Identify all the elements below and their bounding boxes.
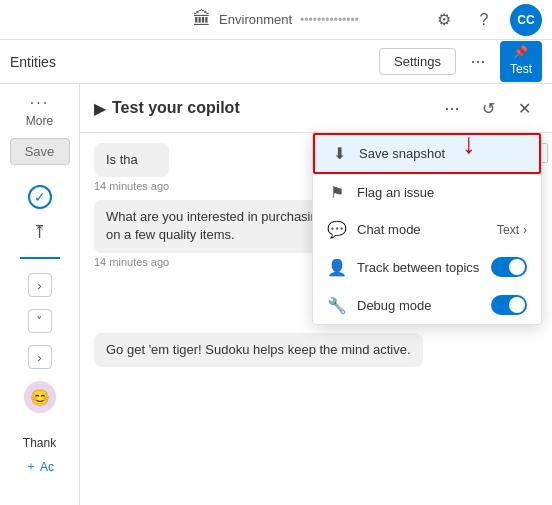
save-snapshot-icon: ⬇: [329, 144, 349, 163]
left-sidebar: ··· More Save ✓ ⤒ › ˅ › 😊 Thank ＋ Ac: [0, 84, 80, 505]
sidebar-bottom: Thank ＋ Ac: [23, 436, 56, 475]
second-bar-actions: Settings ··· 📌 Test: [379, 41, 542, 81]
chat-header: ▶ Test your copilot ··· ↺ ✕: [80, 84, 552, 133]
track-topics-toggle[interactable]: [491, 257, 527, 277]
plus-icon: ＋: [25, 458, 37, 475]
environment-value: ••••••••••••••: [300, 13, 359, 27]
dropdown-chat-mode[interactable]: 💬 Chat mode Text ›: [313, 211, 541, 248]
dropdown-track-topics[interactable]: 👤 Track between topics: [313, 248, 541, 286]
dots-icon: ···: [30, 94, 49, 112]
environment-label: Environment: [219, 12, 292, 27]
debug-mode-toggle[interactable]: [491, 295, 527, 315]
message-4-text: Go get 'em tiger! Sudoku helps keep the …: [106, 342, 411, 357]
dropdown-save-snapshot[interactable]: ⬇ Save snapshot: [313, 133, 541, 174]
save-snapshot-label: Save snapshot: [359, 146, 525, 161]
message-1-text: Is tha: [106, 152, 138, 167]
top-bar-actions: ⚙ ? CC: [430, 4, 542, 36]
chat-more-button[interactable]: ···: [438, 94, 466, 122]
test-label: Test: [510, 62, 532, 78]
upload-icon[interactable]: ⤒: [32, 221, 47, 243]
debug-mode-label: Debug mode: [357, 298, 481, 313]
chat-mode-text: Text: [497, 223, 519, 237]
main-area: ··· More Save ✓ ⤒ › ˅ › 😊 Thank ＋ Ac ▶ T…: [0, 84, 552, 505]
flag-issue-label: Flag an issue: [357, 185, 527, 200]
message-1: Is tha 14 minutes ago: [94, 143, 169, 192]
pin-icon: 📌: [513, 45, 528, 61]
add-label: Ac: [40, 460, 54, 474]
more-label: More: [26, 114, 53, 128]
red-arrow-indicator: ↓: [462, 128, 476, 160]
second-bar: Entities Settings ··· 📌 Test: [0, 40, 552, 84]
refresh-button[interactable]: ↺: [474, 94, 502, 122]
arrow-right-btn[interactable]: ›: [28, 273, 52, 297]
message-4-bubble: Go get 'em tiger! Sudoku helps keep the …: [94, 333, 423, 367]
dropdown-menu: ⬇ Save snapshot ⚑ Flag an issue 💬 Chat m…: [312, 132, 542, 325]
user-avatar[interactable]: CC: [510, 4, 542, 36]
entities-label: Entities: [10, 54, 56, 70]
chat-title: Test your copilot: [112, 99, 432, 117]
sidebar-check-area: ✓ ⤒ › ˅ › 😊: [20, 185, 60, 413]
dropdown-flag-issue[interactable]: ⚑ Flag an issue: [313, 174, 541, 211]
chat-panel: ▶ Test your copilot ··· ↺ ✕ ▲ Is tha 14 …: [80, 84, 552, 505]
message-1-bubble: Is tha: [94, 143, 169, 177]
expand-icon[interactable]: ▶: [94, 99, 106, 118]
arrow-right-btn-2[interactable]: ›: [28, 345, 52, 369]
settings-button[interactable]: Settings: [379, 48, 456, 75]
track-topics-label: Track between topics: [357, 260, 481, 275]
save-button[interactable]: Save: [10, 138, 70, 165]
emoji-icon: 😊: [24, 381, 56, 413]
more-options-button[interactable]: ···: [464, 48, 492, 76]
message-4: Go get 'em tiger! Sudoku helps keep the …: [94, 333, 423, 367]
chevron-right-icon: ›: [523, 223, 527, 237]
gear-button[interactable]: ⚙: [430, 6, 458, 34]
top-bar: 🏛 Environment •••••••••••••• ⚙ ? CC: [0, 0, 552, 40]
message-1-time: 14 minutes ago: [94, 180, 169, 192]
debug-icon: 🔧: [327, 296, 347, 315]
environment-info: 🏛 Environment ••••••••••••••: [193, 9, 359, 30]
check-icon: ✓: [28, 185, 52, 209]
chat-mode-value: Text ›: [497, 223, 527, 237]
add-button[interactable]: ＋ Ac: [25, 458, 54, 475]
sidebar-divider: [20, 257, 60, 259]
arrow-down-btn[interactable]: ˅: [28, 309, 52, 333]
chat-mode-label: Chat mode: [357, 222, 487, 237]
chat-header-icons: ··· ↺ ✕: [438, 94, 538, 122]
chat-mode-icon: 💬: [327, 220, 347, 239]
track-icon: 👤: [327, 258, 347, 277]
test-tab-button[interactable]: 📌 Test: [500, 41, 542, 81]
close-button[interactable]: ✕: [510, 94, 538, 122]
thank-label: Thank: [23, 436, 56, 450]
help-button[interactable]: ?: [470, 6, 498, 34]
flag-icon: ⚑: [327, 183, 347, 202]
more-section[interactable]: ··· More: [26, 94, 53, 128]
dropdown-debug-mode[interactable]: 🔧 Debug mode: [313, 286, 541, 324]
environment-icon: 🏛: [193, 9, 211, 30]
